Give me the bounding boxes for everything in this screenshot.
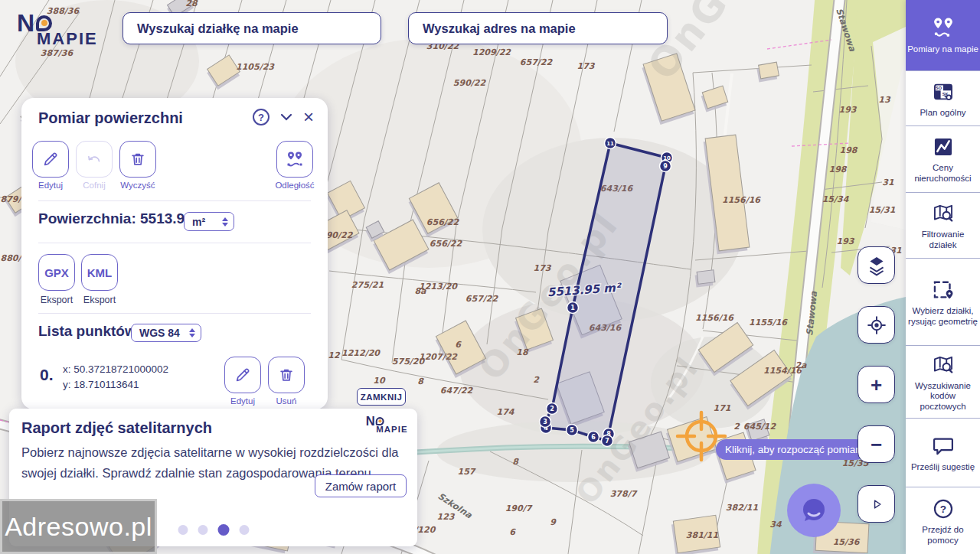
sidebar-item-8[interactable]: ?Przejdź do pomocy — [906, 487, 980, 554]
vertex-number: 6 — [591, 434, 596, 441]
sidebar-item-label: Wybierz działki, rysując geometrię — [907, 306, 978, 327]
crs-select[interactable]: WGS 84 — [131, 324, 201, 342]
plabel: 8 — [512, 457, 519, 467]
plabel: 193 — [837, 236, 855, 246]
undo-button[interactable] — [76, 141, 113, 178]
plabel: 1209/22 — [472, 47, 511, 57]
plabel: 190/7 — [505, 503, 533, 513]
pencil-icon — [234, 367, 251, 383]
adresowo-watermark: Adresowo.pl — [0, 499, 157, 554]
vertex-number: 11 — [606, 141, 614, 147]
plabel: 173 — [577, 61, 596, 71]
plabel: 645/12 — [743, 422, 777, 432]
distance-pins-icon — [286, 150, 304, 168]
trash-icon — [278, 367, 295, 383]
logo-text-mapie: MAPIE — [37, 31, 98, 47]
zoom-out-button[interactable]: − — [858, 425, 895, 463]
plabel: 10 — [373, 376, 386, 386]
report-logo: N MAPIE — [366, 415, 408, 434]
plabel: 879/ — [1, 194, 24, 204]
export-kml-label: Eksport — [77, 295, 122, 305]
svg-text:SO: SO — [936, 85, 942, 90]
app-logo[interactable]: N MAPIE — [17, 11, 98, 47]
locate-button[interactable] — [858, 306, 895, 344]
measure-pins-icon — [930, 15, 956, 41]
plabel: 382/11 — [726, 503, 759, 513]
plabel: 387/36 — [41, 48, 74, 58]
layers-button[interactable] — [858, 246, 895, 284]
pencil-icon — [42, 151, 59, 168]
plabel: 590/22 — [453, 78, 487, 88]
zoom-in-button-glyph: + — [871, 375, 882, 395]
plabel: 198 — [840, 145, 858, 155]
export-kml-button[interactable]: KML — [81, 254, 118, 291]
trash-icon — [129, 151, 146, 168]
sidebar-item-label: Pomiary na mapie — [907, 44, 978, 55]
distance-button-label: Odległość — [272, 181, 318, 190]
play-icon — [868, 496, 885, 513]
chat-button[interactable] — [787, 484, 841, 537]
help-icon[interactable]: ? — [253, 109, 270, 125]
plabel: 1155/16 — [749, 318, 788, 328]
carousel-dot-2[interactable] — [198, 525, 207, 535]
sidebar-item-label: Wyszukiwanie kodów pocztowych — [907, 381, 978, 412]
carousel-dot-1[interactable] — [178, 525, 188, 535]
suggestion-icon — [930, 433, 956, 459]
clear-button[interactable] — [119, 141, 156, 178]
edit-button[interactable] — [32, 141, 69, 178]
area-value-line: Powierzchnia: 5513.95 — [38, 210, 193, 227]
point-edit-button[interactable] — [224, 357, 261, 393]
plabel: 31 — [882, 178, 894, 187]
close-map-button[interactable]: ZAMKNIJ — [357, 388, 406, 406]
sidebar-item-1[interactable]: Pomiary na mapie — [906, 0, 980, 71]
map-search-icon — [930, 352, 956, 378]
sidebar-item-7[interactable]: Prześlij sugestię — [906, 419, 980, 487]
point-x: x: 50.37218721000002 — [63, 363, 168, 375]
plabel: 6 — [509, 527, 516, 537]
order-report-button[interactable]: Zamów raport — [315, 474, 407, 497]
plabel: 157 — [458, 467, 476, 477]
carousel-dot-3[interactable] — [217, 524, 229, 536]
report-title: Raport zdjęć satelitarnych — [21, 419, 212, 437]
close-panel-button[interactable]: × — [303, 109, 314, 125]
general-plan-icon: SOSK — [930, 79, 956, 105]
sidebar-item-6[interactable]: Wyszukiwanie kodów pocztowych — [906, 346, 980, 419]
plabel: 8a — [414, 286, 426, 296]
plabel: 1212/20 — [341, 348, 381, 358]
export-gpx-button[interactable]: GPX — [38, 254, 75, 291]
sidebar-item-4[interactable]: Filtrowanie działek — [906, 193, 980, 259]
carousel-dot-4[interactable] — [239, 525, 249, 535]
plabel: 2 — [733, 422, 740, 432]
play-button[interactable] — [858, 485, 895, 523]
app: OnGeo.plOnGeo.plOnGeo.pl 388/36387/36281… — [0, 0, 980, 554]
plabel: 13 — [878, 95, 891, 105]
logo-pin-icon — [36, 15, 52, 31]
svg-text:?: ? — [939, 503, 946, 515]
sidebar-item-label: Ceny nieruchomości — [907, 163, 978, 184]
plabel: 28 — [185, 0, 198, 8]
sidebar-item-5[interactable]: Wybierz działki, rysując geometrię — [906, 259, 980, 346]
area-unit-select[interactable]: m² — [184, 212, 234, 231]
plabel: 8 — [417, 376, 424, 386]
sidebar-item-label: Filtrowanie działek — [907, 230, 978, 250]
plabel: 15/36 — [833, 537, 861, 547]
undo-button-label: Cofnij — [71, 181, 117, 190]
sidebar-item-2[interactable]: SOSKPlan ogólny — [906, 71, 980, 126]
spinner-icon — [222, 217, 228, 226]
point-edit-label: Edytuj — [220, 396, 266, 406]
collapse-panel-button[interactable] — [280, 113, 292, 121]
crs-value: WGS 84 — [139, 327, 180, 339]
point-delete-button[interactable] — [268, 357, 305, 393]
zoom-out-button-glyph: − — [871, 435, 882, 455]
plabel: 657/22 — [520, 57, 554, 67]
distance-button[interactable] — [276, 141, 313, 178]
vertex-number: 3 — [543, 419, 547, 425]
search-address-button[interactable]: Wyszukaj adres na mapie — [408, 12, 668, 44]
undo-icon — [86, 151, 103, 168]
sidebar-item-3[interactable]: Ceny nieruchomości — [906, 126, 980, 193]
zoom-in-button[interactable]: + — [858, 366, 895, 403]
sidebar-item-label: Przejdź do pomocy — [907, 525, 978, 546]
measure-panel: Pomiar powierzchni ? × — [21, 98, 328, 409]
map-controls: +− — [858, 246, 895, 523]
search-parcel-button[interactable]: Wyszukaj działkę na mapie — [122, 12, 381, 44]
